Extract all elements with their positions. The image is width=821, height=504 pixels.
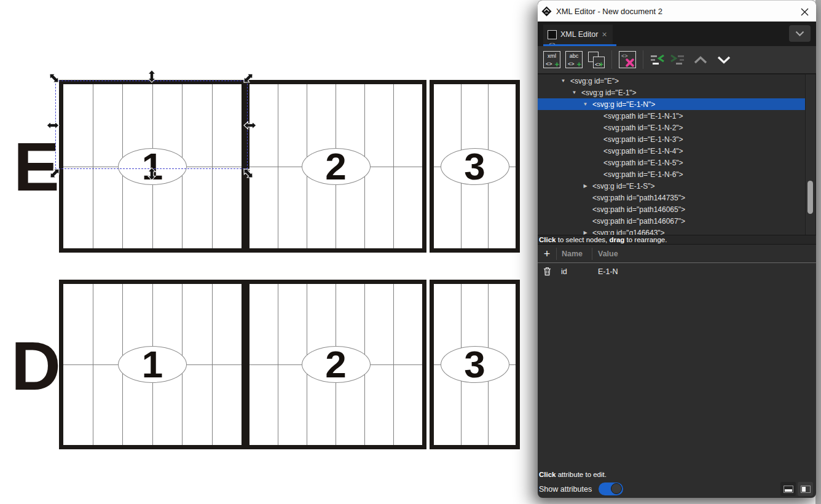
xml-toolbar: xml <> + abc <> + <> + <> bbox=[538, 46, 816, 74]
xml-tree-node[interactable]: ▶<svg:g id="E-1-S"> bbox=[538, 180, 805, 192]
delete-node-button[interactable]: <> bbox=[619, 51, 636, 68]
section-number-ellipse: 3 bbox=[441, 148, 509, 185]
section-number-ellipse: 2 bbox=[302, 148, 371, 185]
xml-tree-node[interactable]: ▼<svg:g id="E"> bbox=[538, 75, 805, 87]
indent-icon bbox=[670, 54, 685, 66]
xml-tree-node[interactable]: <svg:path id="E-1-N-6"> bbox=[538, 168, 805, 180]
xml-node-text: <svg:path id="path144735"> bbox=[592, 194, 685, 202]
tree-hint-text: Click to select nodes, drag to rearrange… bbox=[538, 235, 816, 245]
layout-horizontal-button[interactable] bbox=[780, 482, 796, 496]
section-number: 2 bbox=[325, 148, 346, 186]
xml-tree-node[interactable]: <svg:path id="path144735"> bbox=[538, 192, 805, 203]
selection-handle-s[interactable] bbox=[145, 167, 159, 181]
grid-section-D-1[interactable]: 1 bbox=[59, 280, 246, 449]
xml-node-text: <svg:path id="E-1-N-2"> bbox=[603, 124, 683, 132]
show-attributes-toggle[interactable] bbox=[599, 482, 623, 495]
delete-attribute-button[interactable] bbox=[538, 267, 556, 276]
move-node-down-button[interactable] bbox=[717, 56, 731, 64]
grid-section-D-2[interactable]: 2 bbox=[245, 280, 426, 449]
xml-tree-node[interactable]: <svg:path id="E-1-N-2"> bbox=[538, 122, 805, 133]
chevron-up-icon bbox=[693, 56, 708, 64]
grid-section-E-3[interactable]: 3 bbox=[430, 80, 520, 253]
xml-tree-node[interactable]: ▼<svg:g id="E-1-N"> bbox=[538, 98, 805, 110]
section-number-ellipse: 3 bbox=[441, 346, 509, 383]
selection-handle-w[interactable] bbox=[46, 119, 60, 132]
show-attributes-label: Show attributes bbox=[539, 485, 592, 494]
dialog-menu-button[interactable] bbox=[789, 25, 811, 42]
expander-open-icon[interactable]: ▼ bbox=[582, 101, 589, 107]
new-element-node-button[interactable]: xml <> + bbox=[543, 51, 560, 68]
chevron-down-icon bbox=[717, 56, 731, 64]
selection-outline bbox=[55, 81, 248, 169]
tree-scrollbar-track[interactable] bbox=[805, 74, 816, 235]
unindent-node-button[interactable] bbox=[650, 54, 665, 66]
expander-closed-icon[interactable]: ▶ bbox=[582, 230, 589, 235]
xml-node-text: <svg:g id="E-1-S"> bbox=[592, 182, 655, 191]
xml-tree-node[interactable]: <svg:path id="path146065"> bbox=[538, 203, 805, 215]
toolbar-separator bbox=[643, 50, 643, 69]
dialog-title: XML Editor - New document 2 bbox=[556, 7, 662, 16]
section-number-ellipse: 1 bbox=[118, 346, 187, 383]
xml-node-text: <svg:path id="E-1-N-1"> bbox=[603, 112, 683, 120]
xml-node-text: <svg:path id="path146067"> bbox=[592, 217, 685, 226]
chevron-down-icon bbox=[795, 31, 804, 36]
tab-bar: <> XML Editor × bbox=[538, 22, 816, 46]
attribute-table-header: + Name Value bbox=[538, 245, 816, 263]
inkscape-logo-icon bbox=[541, 6, 552, 17]
attr-value-header: Value bbox=[592, 250, 816, 258]
duplicate-node-button[interactable]: <> + bbox=[587, 51, 605, 68]
xml-tree-node[interactable]: <svg:path id="E-1-N-5"> bbox=[538, 157, 805, 168]
selection-handle-e[interactable] bbox=[243, 119, 257, 132]
attribute-row[interactable]: id E-1-N bbox=[538, 264, 816, 279]
xml-tree-node[interactable]: <svg:path id="E-1-N-1"> bbox=[538, 110, 805, 122]
xml-node-text: <svg:path id="E-1-N-5"> bbox=[603, 159, 683, 167]
expander-open-icon[interactable]: ▼ bbox=[560, 78, 567, 84]
xml-node-text: <svg:g id="g146643"> bbox=[592, 229, 665, 235]
selection-handle-n[interactable] bbox=[145, 69, 159, 83]
new-text-node-button[interactable]: abc <> + bbox=[565, 51, 583, 68]
attr-name-header: Name bbox=[557, 250, 592, 258]
dialog-footer: Click attribute to edit. Show attributes bbox=[538, 463, 816, 498]
section-number-ellipse: 2 bbox=[302, 346, 371, 383]
vertical-split-icon bbox=[801, 486, 811, 493]
expander-open-icon[interactable]: ▼ bbox=[571, 90, 578, 95]
row-label-D[interactable]: D bbox=[11, 332, 61, 401]
add-attribute-button[interactable]: + bbox=[538, 248, 556, 259]
tab-xml-editor[interactable]: <> XML Editor × bbox=[543, 25, 613, 44]
xml-tree-node[interactable]: <svg:path id="path146067"> bbox=[538, 215, 805, 227]
xml-node-text: <svg:path id="E-1-N-3"> bbox=[603, 135, 683, 144]
canvas-vertical-scrollbar[interactable] bbox=[815, 0, 821, 504]
unindent-icon bbox=[650, 54, 665, 66]
attr-name[interactable]: id bbox=[556, 267, 592, 276]
xml-editor-dialog: XML Editor - New document 2 <> XML Edito… bbox=[538, 0, 816, 498]
grid-section-E-2[interactable]: 2 bbox=[245, 80, 426, 253]
xml-node-tree[interactable]: ▼<svg:g id="E">▼<svg:g id="E-1">▼<svg:g … bbox=[538, 74, 816, 235]
close-icon[interactable] bbox=[799, 7, 809, 17]
attribute-hint-text: Click attribute to edit. bbox=[539, 471, 607, 478]
xml-node-text: <svg:g id="E-1"> bbox=[581, 89, 637, 97]
xml-tree-node[interactable]: <svg:path id="E-1-N-4"> bbox=[538, 145, 805, 157]
tree-scrollbar-thumb[interactable] bbox=[807, 181, 813, 214]
toolbar-separator bbox=[611, 50, 612, 69]
trash-icon bbox=[543, 267, 551, 276]
grid-section-D-3[interactable]: 3 bbox=[430, 280, 520, 449]
xml-editor-tab-icon: <> bbox=[548, 30, 557, 39]
xml-tree-node[interactable]: ▶<svg:g id="g146643"> bbox=[538, 227, 805, 235]
xml-tree-node[interactable]: <svg:path id="E-1-N-3"> bbox=[538, 133, 805, 145]
move-node-up-button[interactable] bbox=[693, 56, 708, 64]
xml-node-text: <svg:g id="E-1-N"> bbox=[592, 100, 655, 109]
section-number: 3 bbox=[464, 148, 485, 186]
attr-value[interactable]: E-1-N bbox=[592, 267, 816, 276]
layout-vertical-button[interactable] bbox=[798, 482, 813, 496]
expander-closed-icon[interactable]: ▶ bbox=[582, 183, 589, 189]
section-number: 2 bbox=[325, 345, 346, 384]
indent-node-button[interactable] bbox=[670, 54, 685, 66]
xml-tree-node[interactable]: ▼<svg:g id="E-1"> bbox=[538, 87, 805, 98]
dialog-titlebar[interactable]: XML Editor - New document 2 bbox=[538, 0, 816, 22]
xml-node-text: <svg:path id="E-1-N-6"> bbox=[603, 170, 683, 179]
tab-close-icon[interactable]: × bbox=[602, 30, 607, 39]
horizontal-split-icon bbox=[784, 486, 793, 493]
xml-node-text: <svg:path id="E-1-N-4"> bbox=[603, 147, 683, 156]
section-number: 3 bbox=[464, 345, 485, 384]
xml-node-text: <svg:path id="path146065"> bbox=[592, 205, 685, 214]
